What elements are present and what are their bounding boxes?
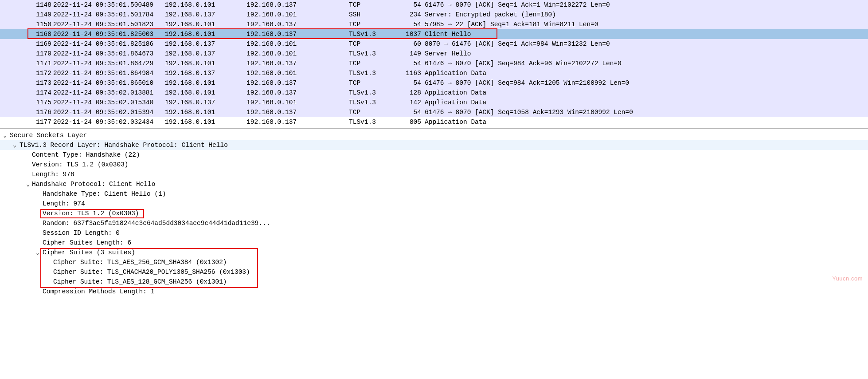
packet-row[interactable]: 11772022-11-24 09:35:02.032434192.168.0.… [0, 117, 868, 127]
packet-length: 149 [399, 49, 421, 59]
tree-node-label: Random: 637f3ac5fa918244c3e64ad5dd3034ae… [43, 218, 270, 228]
packet-source: 192.168.0.137 [165, 10, 236, 20]
packet-length: 54 [399, 0, 421, 10]
packet-row[interactable]: 11732022-11-24 09:35:01.865010192.168.0.… [0, 78, 868, 88]
tree-node[interactable]: Length: 974 [0, 199, 868, 209]
packet-destination: 192.168.0.101 [246, 39, 317, 49]
packet-source: 192.168.0.101 [165, 107, 236, 117]
packet-time: 2022-11-24 09:35:02.015340 [53, 98, 160, 107]
packet-protocol: TCP [349, 20, 393, 29]
packet-no: 1177 [20, 117, 51, 127]
packet-length: 1163 [399, 68, 421, 78]
packet-time: 2022-11-24 09:35:02.013881 [53, 88, 160, 98]
tree-node[interactable]: ⌄Cipher Suites (3 suites) [0, 248, 868, 257]
packet-list-pane[interactable]: 11482022-11-24 09:35:01.500489192.168.0.… [0, 0, 868, 129]
packet-info: Application Data [425, 88, 779, 98]
expand-toggle-icon[interactable]: ⌄ [12, 140, 18, 150]
packet-protocol: SSH [349, 10, 393, 20]
tree-node[interactable]: Cipher Suites Length: 6 [0, 238, 868, 248]
tree-node-label: Cipher Suites (3 suites) [43, 248, 135, 257]
packet-row[interactable]: 11482022-11-24 09:35:01.500489192.168.0.… [0, 0, 868, 10]
tree-node[interactable]: Handshake Type: Client Hello (1) [0, 189, 868, 199]
tree-node[interactable]: Version: TLS 1.2 (0x0303) [0, 209, 868, 218]
tree-node[interactable]: Session ID Length: 0 [0, 228, 868, 238]
tree-node[interactable]: Content Type: Handshake (22) [0, 150, 868, 160]
packet-destination: 192.168.0.137 [246, 20, 317, 29]
tree-node-label: Handshake Protocol: Client Hello [32, 179, 155, 189]
expand-toggle-icon[interactable]: ⌄ [25, 179, 31, 189]
packet-no: 1171 [20, 59, 51, 68]
packet-source: 192.168.0.137 [165, 68, 236, 78]
packet-protocol: TCP [349, 78, 393, 88]
packet-length: 54 [399, 59, 421, 68]
packet-time: 2022-11-24 09:35:01.864729 [53, 59, 160, 68]
packet-row[interactable]: 11722022-11-24 09:35:01.864984192.168.0.… [0, 68, 868, 78]
packet-destination: 192.168.0.137 [246, 29, 317, 39]
packet-destination: 192.168.0.137 [246, 107, 317, 117]
tree-node[interactable]: Compression Methods Length: 1 [0, 287, 868, 296]
packet-source: 192.168.0.137 [165, 49, 236, 59]
packet-details-pane[interactable]: ⌄Secure Sockets Layer⌄TLSv1.3 Record Lay… [0, 129, 868, 296]
packet-source: 192.168.0.101 [165, 88, 236, 98]
tree-node[interactable]: Version: TLS 1.2 (0x0303) [0, 160, 868, 170]
packet-info: 57985 → 22 [ACK] Seq=1 Ack=181 Win=8211 … [425, 20, 779, 29]
tree-node-label: Cipher Suite: TLS_AES_128_GCM_SHA256 (0x… [53, 277, 227, 287]
packet-row[interactable]: 11692022-11-24 09:35:01.825186192.168.0.… [0, 39, 868, 49]
tree-node-label: Secure Sockets Layer [10, 130, 87, 140]
tree-node-label: Version: TLS 1.2 (0x0303) [32, 160, 129, 170]
packet-row[interactable]: 11752022-11-24 09:35:02.015340192.168.0.… [0, 98, 868, 107]
watermark: Yuucn.com [832, 275, 863, 282]
packet-source: 192.168.0.137 [165, 39, 236, 49]
packet-time: 2022-11-24 09:35:01.501823 [53, 20, 160, 29]
expand-toggle-icon[interactable]: ⌄ [35, 248, 41, 257]
tree-node-label: Cipher Suites Length: 6 [43, 238, 131, 248]
packet-length: 234 [399, 10, 421, 20]
packet-no: 1170 [20, 49, 51, 59]
packet-time: 2022-11-24 09:35:01.825003 [53, 29, 160, 39]
packet-protocol: TCP [349, 107, 393, 117]
tree-node[interactable]: ⌄Secure Sockets Layer [0, 130, 868, 140]
expand-toggle-icon[interactable]: ⌄ [2, 130, 8, 140]
tree-node[interactable]: ⌄Handshake Protocol: Client Hello [0, 179, 868, 189]
packet-protocol: TCP [349, 39, 393, 49]
packet-destination: 192.168.0.137 [246, 59, 317, 68]
tree-node-label: Content Type: Handshake (22) [32, 150, 140, 160]
packet-time: 2022-11-24 09:35:02.032434 [53, 117, 160, 127]
packet-info: 61476 → 8070 [ACK] Seq=1 Ack=1 Win=21022… [425, 0, 779, 10]
packet-destination: 192.168.0.137 [246, 0, 317, 10]
packet-row[interactable]: 11712022-11-24 09:35:01.864729192.168.0.… [0, 59, 868, 68]
packet-row[interactable]: 11492022-11-24 09:35:01.501784192.168.0.… [0, 10, 868, 20]
packet-length: 54 [399, 20, 421, 29]
packet-protocol: TLSv1.3 [349, 117, 393, 127]
packet-row[interactable]: 11762022-11-24 09:35:02.015394192.168.0.… [0, 107, 868, 117]
packet-destination: 192.168.0.137 [246, 78, 317, 88]
tree-node[interactable]: Random: 637f3ac5fa918244c3e64ad5dd3034ae… [0, 218, 868, 228]
packet-protocol: TLSv1.3 [349, 49, 393, 59]
packet-destination: 192.168.0.101 [246, 98, 317, 107]
packet-no: 1174 [20, 88, 51, 98]
tree-node[interactable]: Cipher Suite: TLS_AES_256_GCM_SHA384 (0x… [0, 257, 868, 267]
packet-no: 1168 [20, 29, 51, 39]
packet-length: 1037 [399, 29, 421, 39]
tree-node-label: Compression Methods Length: 1 [43, 287, 154, 296]
packet-protocol: TCP [349, 59, 393, 68]
packet-protocol: TCP [349, 0, 393, 10]
packet-row[interactable]: 11742022-11-24 09:35:02.013881192.168.0.… [0, 88, 868, 98]
packet-destination: 192.168.0.101 [246, 10, 317, 20]
packet-source: 192.168.0.101 [165, 0, 236, 10]
packet-time: 2022-11-24 09:35:01.865010 [53, 78, 160, 88]
packet-row[interactable]: 11702022-11-24 09:35:01.864673192.168.0.… [0, 49, 868, 59]
packet-row-selected[interactable]: 11682022-11-24 09:35:01.825003192.168.0.… [0, 29, 868, 39]
tree-node[interactable]: ⌄TLSv1.3 Record Layer: Handshake Protoco… [0, 140, 868, 150]
packet-time: 2022-11-24 09:35:02.015394 [53, 107, 160, 117]
packet-row[interactable]: 11502022-11-24 09:35:01.501823192.168.0.… [0, 20, 868, 29]
packet-info: 8070 → 61476 [ACK] Seq=1 Ack=984 Win=312… [425, 39, 779, 49]
packet-no: 1172 [20, 68, 51, 78]
packet-no: 1150 [20, 20, 51, 29]
packet-info: 61476 → 8070 [ACK] Seq=984 Ack=1205 Win=… [425, 78, 779, 88]
packet-time: 2022-11-24 09:35:01.501784 [53, 10, 160, 20]
tree-node-label: Length: 978 [32, 170, 74, 179]
tree-node[interactable]: Cipher Suite: TLS_CHACHA20_POLY1305_SHA2… [0, 267, 868, 277]
tree-node[interactable]: Length: 978 [0, 170, 868, 179]
tree-node[interactable]: Cipher Suite: TLS_AES_128_GCM_SHA256 (0x… [0, 277, 868, 287]
